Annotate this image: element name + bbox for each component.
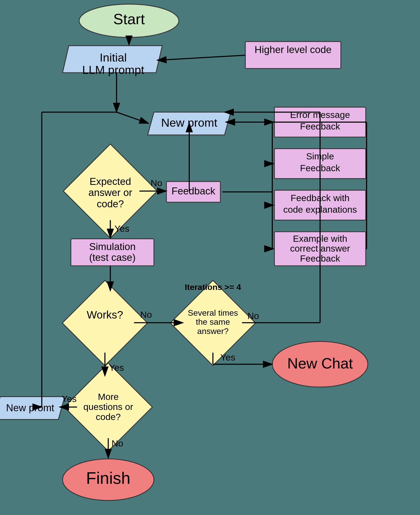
finish-label: Finish xyxy=(86,469,130,487)
several-label3: answer? xyxy=(197,327,229,336)
works-label: Works? xyxy=(87,309,123,321)
higher-level-code-label: Higher level code xyxy=(255,44,332,55)
no-label-2: No xyxy=(140,310,152,320)
initial-llm-label: Initial xyxy=(100,51,127,64)
yes-label-2: Yes xyxy=(109,363,124,373)
more-q-label: More xyxy=(98,392,119,402)
new-chat-label: New Chat xyxy=(287,355,353,372)
several-label: Several times xyxy=(188,308,238,317)
several-label2: the same xyxy=(196,317,230,327)
start-label: Start xyxy=(113,11,145,27)
initial-llm-label2: LLM prompt xyxy=(82,63,144,76)
feedback-node-label: Feedback xyxy=(172,185,216,196)
simulation-label2: (test case) xyxy=(89,252,136,263)
iterations-label: Iterations >= 4 xyxy=(185,282,241,292)
yes-label-3: Yes xyxy=(220,352,235,363)
no-label-4: No xyxy=(112,438,123,449)
more-q-label2: questions or xyxy=(83,402,133,412)
no-label-3: No xyxy=(247,311,259,321)
expected-label: Expected xyxy=(90,176,131,187)
expected-label2: answer or xyxy=(88,187,132,198)
new-prompt-bottom-label: New promt xyxy=(6,402,54,413)
more-q-label3: code? xyxy=(96,412,121,422)
simulation-label: Simulation xyxy=(89,241,136,252)
expected-label3: code? xyxy=(97,198,124,209)
no-label-1: No xyxy=(151,178,162,188)
yes-label-1: Yes xyxy=(115,224,130,234)
yes-label-4: Yes xyxy=(62,394,77,404)
